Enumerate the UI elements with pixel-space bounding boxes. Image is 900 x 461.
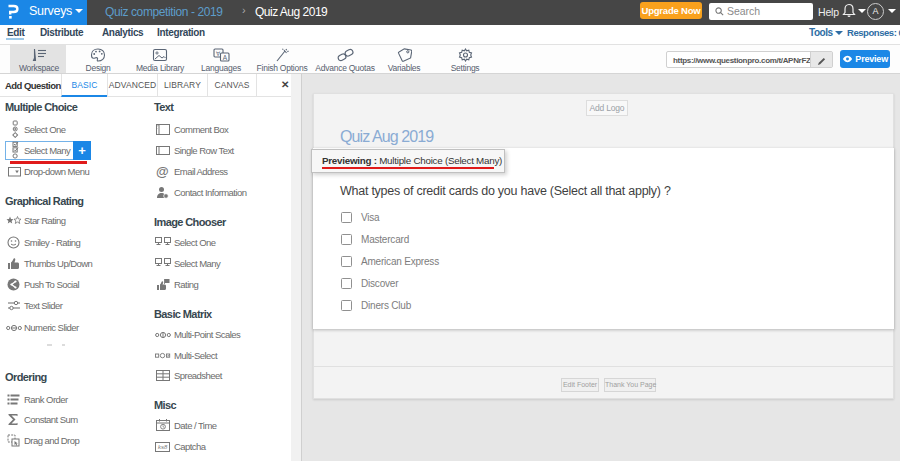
svg-text:ks8: ks8 — [158, 444, 168, 450]
svg-text:A: A — [222, 54, 227, 61]
svg-text:@: @ — [156, 165, 169, 178]
